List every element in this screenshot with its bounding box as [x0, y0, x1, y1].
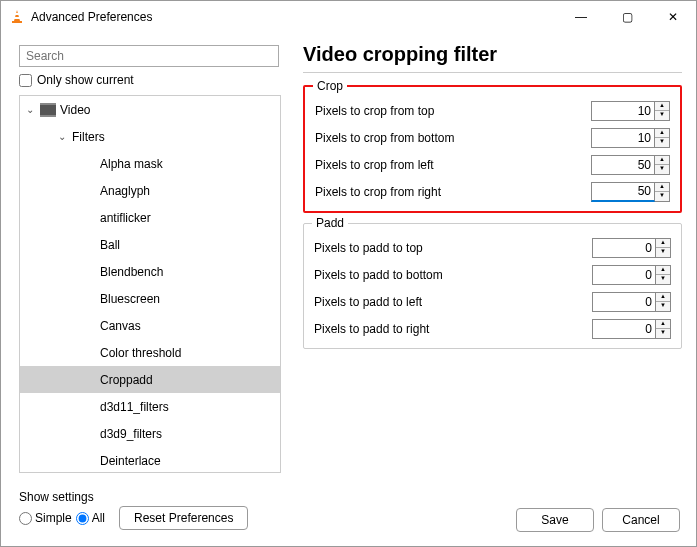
tree-label: Color threshold: [100, 346, 181, 360]
spinbox-input[interactable]: [591, 101, 655, 121]
spin-down-button[interactable]: ▼: [656, 302, 670, 311]
field-label: Pixels to padd to left: [314, 295, 592, 309]
field-label: Pixels to padd to bottom: [314, 268, 592, 282]
svg-rect-1: [15, 13, 19, 15]
svg-rect-4: [40, 103, 56, 105]
spinbox-input[interactable]: [592, 319, 656, 339]
spinbox[interactable]: ▲▼: [592, 238, 671, 258]
show-settings-label: Show settings: [19, 490, 680, 504]
minimize-button[interactable]: —: [558, 1, 604, 33]
only-show-current-checkbox[interactable]: [19, 74, 32, 87]
reset-preferences-button[interactable]: Reset Preferences: [119, 506, 248, 530]
spin-up-button[interactable]: ▲: [655, 102, 669, 111]
tree-item[interactable]: Croppadd: [20, 366, 280, 393]
group-padd: Padd Pixels to padd to top▲▼Pixels to pa…: [303, 223, 682, 349]
radio-simple-input[interactable]: [19, 512, 32, 525]
spinbox-buttons: ▲▼: [655, 128, 670, 148]
maximize-button[interactable]: ▢: [604, 1, 650, 33]
group-crop: Crop Pixels to crop from top▲▼Pixels to …: [303, 85, 682, 213]
spinbox-input[interactable]: [591, 155, 655, 175]
window-title: Advanced Preferences: [31, 10, 558, 24]
spin-up-button[interactable]: ▲: [655, 129, 669, 138]
tree-label: Deinterlace: [100, 454, 161, 468]
spinbox-input[interactable]: [591, 182, 655, 202]
only-show-current[interactable]: Only show current: [19, 73, 281, 87]
spinbox[interactable]: ▲▼: [592, 292, 671, 312]
svg-rect-3: [40, 105, 56, 115]
tree-item[interactable]: Bluescreen: [20, 285, 280, 312]
spinbox-input[interactable]: [591, 128, 655, 148]
tree-item-filters[interactable]: ⌄Filters: [20, 123, 280, 150]
tree-label: Ball: [100, 238, 120, 252]
spin-down-button[interactable]: ▼: [656, 248, 670, 257]
spin-up-button[interactable]: ▲: [656, 266, 670, 275]
tree-label: Blendbench: [100, 265, 163, 279]
page-title: Video cropping filter: [303, 43, 682, 66]
field: Pixels to padd to top▲▼: [314, 234, 671, 261]
spin-up-button[interactable]: ▲: [656, 320, 670, 329]
field: Pixels to padd to left▲▼: [314, 288, 671, 315]
tree-item[interactable]: Anaglyph: [20, 177, 280, 204]
tree-item-video[interactable]: ⌄Video: [20, 96, 280, 123]
field: Pixels to crop from bottom▲▼: [315, 124, 670, 151]
tree-label: Video: [60, 103, 90, 117]
spinbox-input[interactable]: [592, 238, 656, 258]
svg-rect-2: [14, 17, 20, 19]
spin-down-button[interactable]: ▼: [655, 138, 669, 147]
footer: Show settings Simple All Reset Preferenc…: [1, 486, 696, 546]
spinbox[interactable]: ▲▼: [591, 128, 670, 148]
spinbox[interactable]: ▲▼: [592, 265, 671, 285]
divider: [303, 72, 682, 73]
tree-label: Croppadd: [100, 373, 153, 387]
left-panel: Only show current ⌄Video⌄FiltersAlpha ma…: [1, 33, 291, 486]
tree-label: d3d9_filters: [100, 427, 162, 441]
tree-item[interactable]: d3d11_filters: [20, 393, 280, 420]
chevron-down-icon: ⌄: [58, 131, 72, 142]
spin-down-button[interactable]: ▼: [655, 165, 669, 174]
titlebar: Advanced Preferences — ▢ ✕: [1, 1, 696, 33]
tree-item[interactable]: Canvas: [20, 312, 280, 339]
radio-all[interactable]: All: [76, 511, 105, 525]
field: Pixels to crop from left▲▼: [315, 151, 670, 178]
spin-down-button[interactable]: ▼: [656, 275, 670, 284]
tree-label: Canvas: [100, 319, 141, 333]
field-label: Pixels to crop from left: [315, 158, 591, 172]
vlc-icon: [9, 9, 25, 25]
radio-simple[interactable]: Simple: [19, 511, 72, 525]
spin-down-button[interactable]: ▼: [655, 192, 669, 201]
spinbox-buttons: ▲▼: [656, 238, 671, 258]
main-area: Only show current ⌄Video⌄FiltersAlpha ma…: [1, 33, 696, 486]
spin-down-button[interactable]: ▼: [655, 111, 669, 120]
spin-up-button[interactable]: ▲: [655, 183, 669, 192]
spinbox[interactable]: ▲▼: [591, 155, 670, 175]
tree-item[interactable]: antiflicker: [20, 204, 280, 231]
preferences-tree[interactable]: ⌄Video⌄FiltersAlpha maskAnaglyphantiflic…: [19, 95, 281, 473]
cancel-button[interactable]: Cancel: [602, 508, 680, 532]
spin-down-button[interactable]: ▼: [656, 329, 670, 338]
radio-all-input[interactable]: [76, 512, 89, 525]
spin-up-button[interactable]: ▲: [655, 156, 669, 165]
spinbox[interactable]: ▲▼: [591, 101, 670, 121]
tree-item[interactable]: Color threshold: [20, 339, 280, 366]
field-label: Pixels to padd to right: [314, 322, 592, 336]
field: Pixels to crop from right▲▼: [315, 178, 670, 205]
spinbox[interactable]: ▲▼: [592, 319, 671, 339]
spinbox[interactable]: ▲▼: [591, 182, 670, 202]
spinbox-buttons: ▲▼: [655, 101, 670, 121]
spinbox-buttons: ▲▼: [655, 182, 670, 202]
spin-up-button[interactable]: ▲: [656, 239, 670, 248]
spinbox-input[interactable]: [592, 292, 656, 312]
tree-label: antiflicker: [100, 211, 151, 225]
save-button[interactable]: Save: [516, 508, 594, 532]
field-label: Pixels to crop from bottom: [315, 131, 591, 145]
tree-item[interactable]: Blendbench: [20, 258, 280, 285]
tree-item[interactable]: d3d9_filters: [20, 420, 280, 447]
spinbox-input[interactable]: [592, 265, 656, 285]
spin-up-button[interactable]: ▲: [656, 293, 670, 302]
tree-item[interactable]: Deinterlace: [20, 447, 280, 473]
tree-item[interactable]: Alpha mask: [20, 150, 280, 177]
close-button[interactable]: ✕: [650, 1, 696, 33]
search-input[interactable]: [19, 45, 279, 67]
svg-rect-5: [40, 115, 56, 117]
tree-item[interactable]: Ball: [20, 231, 280, 258]
